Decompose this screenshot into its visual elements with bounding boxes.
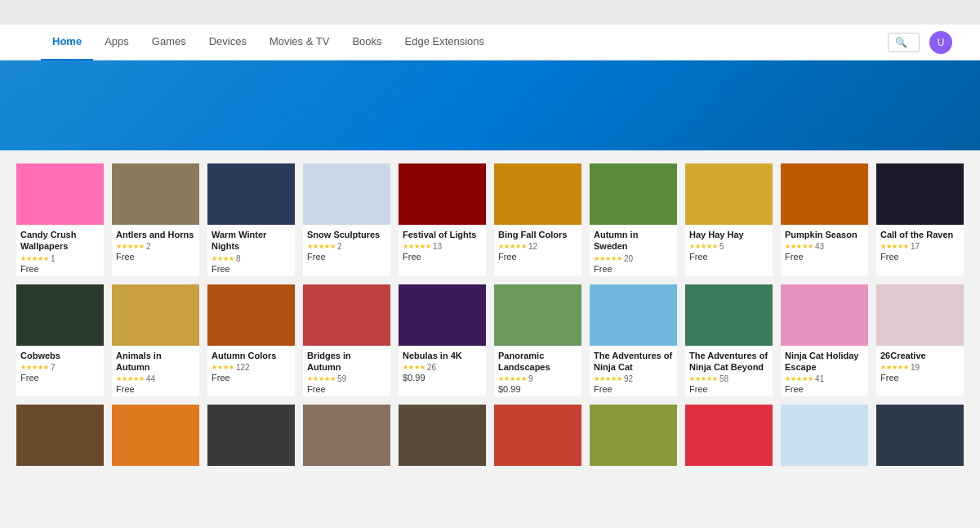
theme-card[interactable]: Panoramic Landscapes ★★★★★9 $0.99 (494, 284, 581, 397)
theme-card[interactable]: The Adventures of Ninja Cat Beyond ★★★★★… (685, 284, 773, 397)
content-area: Candy Crush Wallpapers ★★★★★1 Free Antle… (0, 150, 980, 528)
user-avatar[interactable]: U (929, 31, 952, 54)
star-rating: ★★★★★ (880, 364, 909, 371)
tab-books[interactable]: Books (341, 25, 393, 60)
star-rating: ★★★★★ (785, 375, 813, 383)
theme-card[interactable]: Pumpkin Season ★★★★★43 Free (781, 163, 868, 276)
theme-rating: ★★★★★13 (403, 242, 482, 251)
theme-info: Warm Winter Nights ★★★★8 Free (207, 225, 295, 276)
theme-card-partial[interactable] (207, 405, 295, 466)
theme-card[interactable]: Snow Sculptures ★★★★★2 Free (303, 163, 390, 276)
theme-card-partial[interactable] (781, 405, 868, 466)
theme-price: $0.99 (498, 384, 577, 394)
theme-info: Autumn in Sweden ★★★★★20 Free (590, 225, 677, 276)
theme-info: Festival of Lights ★★★★★13 Free (399, 225, 486, 264)
theme-price: Free (689, 384, 768, 394)
theme-card[interactable]: Bing Fall Colors ★★★★★12 Free (494, 163, 581, 276)
star-rating: ★★★★★ (785, 243, 813, 250)
theme-card[interactable]: Warm Winter Nights ★★★★8 Free (207, 163, 295, 276)
star-rating: ★★★★★ (498, 375, 527, 383)
theme-price: Free (212, 264, 291, 274)
themes-row-3 (16, 405, 964, 466)
theme-card[interactable]: 26Creative ★★★★★19 Free (876, 284, 964, 397)
back-button[interactable] (8, 28, 38, 57)
tab-devices[interactable]: Devices (198, 25, 258, 60)
theme-rating: ★★★★★2 (116, 242, 195, 251)
nav-right: 🔍 U (888, 31, 972, 54)
star-rating: ★★★★★ (880, 243, 909, 250)
theme-info: Panoramic Landscapes ★★★★★9 $0.99 (494, 346, 581, 397)
theme-rating: ★★★★26 (403, 363, 482, 372)
theme-card-partial[interactable] (590, 405, 677, 466)
theme-card-partial[interactable] (494, 405, 581, 466)
star-rating: ★★★★★ (116, 375, 145, 383)
theme-card[interactable]: Ninja Cat Holiday Escape ★★★★★41 Free (781, 284, 868, 397)
theme-rating: ★★★★★7 (20, 363, 100, 372)
star-rating: ★★★★★ (307, 375, 336, 383)
theme-info: Antlers and Horns ★★★★★2 Free (112, 225, 199, 264)
restore-button[interactable] (895, 0, 933, 25)
theme-rating: ★★★★★92 (594, 374, 673, 383)
theme-rating: ★★★★★20 (594, 254, 673, 263)
star-rating: ★★★★ (212, 255, 234, 262)
search-icon: 🔍 (895, 37, 907, 48)
theme-card-partial[interactable] (16, 405, 104, 466)
more-button[interactable] (962, 39, 972, 46)
theme-name: Panoramic Landscapes (498, 350, 577, 374)
theme-card[interactable]: Autumn Colors ★★★★122 Free (207, 284, 295, 397)
themes-row-1: Candy Crush Wallpapers ★★★★★1 Free Antle… (16, 163, 964, 276)
theme-price: Free (20, 373, 100, 383)
tab-movies-tv[interactable]: Movies & TV (258, 25, 341, 60)
theme-card[interactable]: Animals in Autumn ★★★★★44 Free (112, 284, 199, 397)
theme-card[interactable]: Nebulas in 4K ★★★★26 $0.99 (399, 284, 486, 397)
theme-card-partial[interactable] (112, 405, 199, 466)
theme-price: Free (116, 252, 195, 262)
theme-card-partial[interactable] (685, 405, 773, 466)
theme-thumbnail (16, 284, 104, 346)
theme-thumbnail (685, 163, 773, 225)
star-rating: ★★★★★ (116, 243, 145, 250)
theme-thumbnail (399, 284, 486, 346)
theme-card[interactable]: Candy Crush Wallpapers ★★★★★1 Free (16, 163, 104, 276)
theme-thumbnail (16, 163, 104, 225)
theme-rating: ★★★★★58 (689, 374, 768, 383)
themes-row-2: Cobwebs ★★★★★7 Free Animals in Autumn ★★… (16, 284, 964, 397)
theme-name: Animals in Autumn (116, 350, 195, 374)
theme-card-partial[interactable] (303, 405, 390, 466)
theme-thumbnail (590, 284, 677, 346)
tab-edge-extensions[interactable]: Edge Extensions (394, 25, 497, 60)
tab-games[interactable]: Games (140, 25, 198, 60)
theme-card-partial[interactable] (876, 405, 964, 466)
minimize-button[interactable] (856, 0, 893, 25)
theme-price: Free (785, 252, 864, 262)
theme-price: Free (880, 373, 960, 383)
theme-card-partial[interactable] (399, 405, 486, 466)
theme-card[interactable]: Hay Hay Hay ★★★★★5 Free (685, 163, 773, 276)
theme-price: Free (689, 252, 768, 262)
theme-card[interactable]: Autumn in Sweden ★★★★★20 Free (590, 163, 677, 276)
theme-name: Autumn in Sweden (594, 229, 673, 253)
theme-card[interactable]: Festival of Lights ★★★★★13 Free (399, 163, 486, 276)
theme-info: Candy Crush Wallpapers ★★★★★1 Free (16, 225, 104, 276)
theme-card[interactable]: Cobwebs ★★★★★7 Free (16, 284, 104, 397)
theme-card[interactable]: The Adventures of Ninja Cat ★★★★★92 Free (590, 284, 677, 397)
star-rating: ★★★★ (403, 364, 425, 371)
tab-home[interactable]: Home (41, 25, 93, 60)
tab-apps[interactable]: Apps (93, 25, 140, 60)
theme-card[interactable]: Antlers and Horns ★★★★★2 Free (112, 163, 199, 276)
theme-thumbnail (876, 163, 964, 225)
theme-info: Bing Fall Colors ★★★★★12 Free (494, 225, 581, 264)
theme-card[interactable]: Call of the Raven ★★★★★17 Free (876, 163, 964, 276)
theme-rating: ★★★★★41 (785, 374, 864, 383)
theme-price: Free (403, 252, 482, 262)
theme-name: The Adventures of Ninja Cat Beyond (689, 350, 768, 374)
theme-thumbnail (685, 284, 773, 346)
theme-thumbnail-partial (876, 405, 964, 466)
theme-card[interactable]: Bridges in Autumn ★★★★★59 Free (303, 284, 390, 397)
titlebar (0, 0, 980, 25)
theme-thumbnail (112, 163, 199, 225)
navbar: Home Apps Games Devices Movies & TV Book… (0, 25, 980, 60)
search-box[interactable]: 🔍 (888, 33, 920, 52)
theme-rating: ★★★★122 (212, 363, 291, 372)
close-button[interactable] (934, 0, 972, 25)
